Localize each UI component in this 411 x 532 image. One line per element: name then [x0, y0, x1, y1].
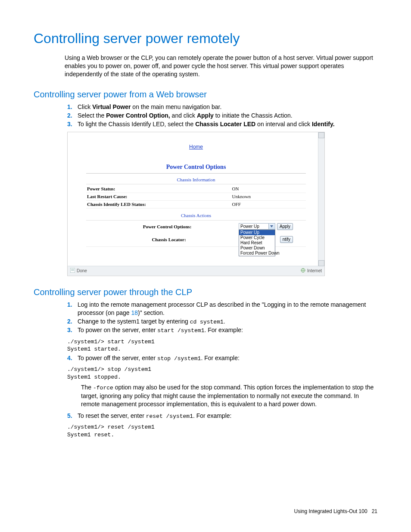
step-text: To light the Chassis Identify LED, selec… [78, 121, 195, 128]
page-footer: Using Integrated Lights-Out 100 21 [294, 508, 377, 515]
page: Controlling server power remotely Using … [0, 0, 411, 532]
clp-step-3: 3. To power on the server, enter start /… [67, 326, 377, 335]
step-text: . For example: [193, 412, 231, 419]
step-text: Select the [78, 112, 106, 119]
select-option[interactable]: Power Up [239, 230, 275, 235]
step-text: on interval and click [255, 121, 312, 128]
code-inline: stop /system1 [157, 355, 201, 362]
panel-title: Power Control Options [86, 163, 306, 174]
home-link[interactable]: Home [183, 143, 209, 150]
step-number: 1. [67, 103, 78, 111]
intro-paragraph: Using a Web browser or the CLP, you can … [65, 54, 377, 78]
info-value: OFF [231, 201, 306, 208]
web-step-3: 3. To light the Chassis Identify LED, se… [67, 120, 377, 128]
browser-content-area: Home Power Control Options Chassis Infor… [68, 132, 324, 266]
step-bold: Chassis Locater LED [195, 121, 255, 128]
step-text: . For example: [201, 355, 239, 361]
clp-step-4: 4. To power off the server, enter stop /… [67, 354, 377, 363]
web-step-2: 2. Select the Power Control Option, and … [67, 112, 377, 120]
apply-button[interactable]: Apply [277, 223, 293, 230]
chassis-locator-label: Chassis Locator: [99, 236, 242, 243]
select-option[interactable]: Forced Power Down [239, 251, 275, 256]
identify-button[interactable]: ntify [280, 236, 293, 243]
power-control-select[interactable]: Power Up Power Up Power Cycle Hard Reset [239, 223, 275, 230]
step-text: To power off the server, enter [78, 355, 157, 361]
step-bold: Apply [197, 112, 214, 119]
step-text: to initiate the Chassis Action. [214, 112, 293, 119]
section-label-info: Chassis Information [86, 175, 306, 185]
clp-steps-list-cont: 4. To power off the server, enter stop /… [67, 354, 377, 363]
step-text: . [224, 318, 225, 325]
step-bold: Virtual Power [92, 103, 131, 110]
footer-text: Using Integrated Lights-Out 100 [294, 508, 367, 514]
step-bold: Power Control Option, [106, 112, 170, 119]
section-heading-web: Controlling server power from a Web brow… [34, 89, 377, 100]
page-title: Controlling server power remotely [34, 29, 377, 48]
clp-steps-list-cont2: 5. To reset the server, enter reset /sys… [67, 412, 377, 420]
status-right: Internet [307, 268, 322, 274]
note-paragraph: The -force option may also be used for t… [81, 383, 377, 408]
globe-icon [301, 268, 305, 274]
clp-steps-list: 1. Log into the remote management proces… [67, 301, 377, 335]
step-text: )" section. [138, 309, 165, 316]
clp-step-2: 2. Change to the system1 target by enter… [67, 317, 377, 326]
scroll-down-button[interactable] [318, 260, 324, 266]
step-number: 4. [67, 354, 78, 362]
step-number: 2. [67, 317, 78, 326]
step-text: To power on the server, enter [78, 327, 157, 333]
select-option[interactable]: Hard Reset [239, 240, 275, 246]
scrollbar[interactable] [318, 132, 324, 266]
table-row: Power Status: ON [86, 185, 306, 193]
select-dropdown-list[interactable]: Power Up Power Cycle Hard Reset Power Do… [239, 230, 275, 256]
step-text: Log into the remote management processor… [78, 301, 366, 316]
code-inline: -force [93, 385, 113, 391]
code-inline: cd system1 [190, 319, 224, 325]
step-text: and click [170, 112, 197, 119]
step-text: To reset the server, enter [78, 412, 146, 419]
note-text: option may also be used for the stop com… [81, 384, 374, 407]
chevron-down-icon[interactable] [268, 224, 275, 229]
browser-statusbar: Done Internet [68, 266, 324, 276]
code-block: ./system1/> reset /system1 System1 reset… [67, 423, 377, 439]
code-inline: start /system1 [157, 327, 204, 334]
step-number: 3. [67, 120, 78, 128]
section-label-actions: Chassis Actions [86, 211, 306, 221]
code-inline: reset /system1 [146, 413, 193, 420]
step-text: . For example: [204, 327, 243, 333]
page-reference-link[interactable]: 18 [131, 309, 138, 316]
select-option[interactable]: Power Cycle [239, 235, 275, 240]
status-left: Done [77, 268, 87, 274]
info-value: Unknown [231, 193, 306, 201]
info-label: Power Status: [86, 185, 231, 193]
step-number: 5. [67, 412, 78, 420]
step-number: 2. [67, 112, 78, 120]
web-steps-list: 1. Click Virtual Power on the main menu … [67, 103, 377, 128]
select-value: Power Up [239, 224, 268, 229]
step-text: on the main menu navigation bar. [131, 103, 221, 110]
power-control-row: Power Control Options: Power Up [99, 223, 293, 230]
power-control-label: Power Control Options: [99, 223, 239, 230]
page-icon [70, 268, 75, 274]
clp-step-5: 5. To reset the server, enter reset /sys… [67, 412, 377, 420]
select-option[interactable]: Power Down [239, 246, 275, 251]
step-bold: Identify. [312, 121, 335, 128]
table-row: Last Restart Cause: Unknown [86, 193, 306, 201]
code-block: ./system1/> start /system1 System1 start… [67, 338, 377, 353]
step-number: 3. [67, 326, 78, 334]
web-step-1: 1. Click Virtual Power on the main menu … [67, 103, 377, 111]
step-text: Click [78, 103, 92, 110]
scroll-up-button[interactable] [318, 132, 324, 138]
clp-step-1: 1. Log into the remote management proces… [67, 301, 377, 317]
footer-page-number: 21 [372, 508, 377, 514]
code-block: ./system1/> stop /system1 System1 stoppe… [67, 366, 377, 381]
chassis-info-table: Power Status: ON Last Restart Cause: Unk… [86, 185, 306, 208]
info-label: Last Restart Cause: [86, 193, 231, 201]
info-label: Chassis Identify LED Status: [86, 201, 231, 208]
step-number: 1. [67, 301, 78, 309]
step-text: Change to the system1 target by entering [78, 318, 190, 325]
note-text: The [81, 384, 93, 391]
table-row: Chassis Identify LED Status: OFF [86, 201, 306, 208]
section-heading-clp: Controlling server power through the CLP [34, 286, 377, 298]
embedded-screenshot: Home Power Control Options Chassis Infor… [67, 132, 325, 276]
info-value: ON [231, 185, 306, 193]
